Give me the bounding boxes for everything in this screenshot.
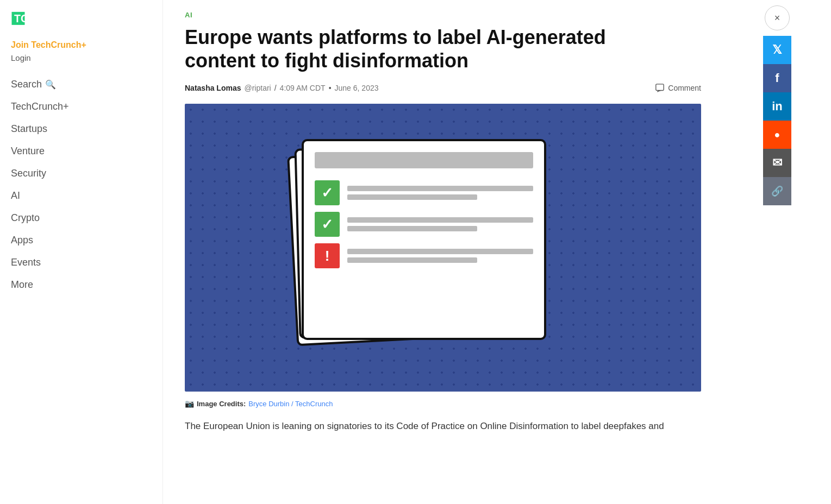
reddit-icon: ● bbox=[774, 129, 780, 141]
email-icon: ✉ bbox=[772, 156, 782, 170]
credits-author[interactable]: Bryce Durbin / TechCrunch bbox=[248, 400, 333, 408]
doc-row-2: ✓ bbox=[315, 212, 533, 237]
author-handle: @riptari bbox=[244, 84, 271, 92]
article-time: 4:09 AM CDT bbox=[280, 84, 326, 92]
image-credits: 📷 Image Credits: Bryce Durbin / TechCrun… bbox=[185, 399, 701, 408]
sidebar-item-label: Apps bbox=[11, 235, 33, 246]
linkedin-icon: in bbox=[772, 99, 783, 114]
twitter-share-button[interactable]: 𝕏 bbox=[763, 36, 791, 64]
sidebar-item-venture[interactable]: Venture bbox=[11, 140, 152, 162]
doc-line-short bbox=[347, 257, 477, 263]
article-title: Europe wants platforms to label AI-gener… bbox=[185, 26, 674, 72]
search-label: Search bbox=[11, 79, 42, 90]
login-link[interactable]: Login bbox=[11, 53, 152, 62]
svg-rect-2 bbox=[656, 84, 664, 91]
doc-lines-3 bbox=[347, 249, 533, 263]
join-techcrunch-plus-link[interactable]: Join TechCrunch+ bbox=[11, 40, 152, 50]
sidebar-item-security[interactable]: Security bbox=[11, 162, 152, 185]
check-box-red: ! bbox=[315, 243, 340, 268]
sidebar-item-ai[interactable]: AI bbox=[11, 185, 152, 207]
social-sidebar: × 𝕏 f in ● ✉ 🔗 bbox=[761, 0, 793, 504]
doc-lines-1 bbox=[347, 186, 533, 200]
page-main: ✓ ✓ ! bbox=[302, 139, 546, 340]
sidebar-item-label: More bbox=[11, 279, 33, 291]
twitter-icon: 𝕏 bbox=[772, 43, 782, 57]
doc-line-short bbox=[347, 226, 477, 231]
logo-area: TC bbox=[11, 11, 152, 36]
email-share-button[interactable]: ✉ bbox=[763, 149, 791, 177]
doc-row-1: ✓ bbox=[315, 180, 533, 205]
close-button[interactable]: × bbox=[765, 5, 790, 30]
sidebar-item-label: Security bbox=[11, 168, 46, 179]
checklist-illustration: ✓ ✓ ! bbox=[302, 139, 584, 356]
sidebar: TC Join TechCrunch+ Login Search 🔍 TechC… bbox=[0, 0, 163, 504]
doc-line-short bbox=[347, 194, 477, 200]
author-name[interactable]: Natasha Lomas bbox=[185, 84, 241, 92]
comment-label: Comment bbox=[668, 84, 701, 92]
camera-icon: 📷 bbox=[185, 399, 194, 408]
sidebar-item-apps[interactable]: Apps bbox=[11, 229, 152, 251]
check-box-green-1: ✓ bbox=[315, 180, 340, 205]
svg-text:TC: TC bbox=[14, 12, 28, 24]
sidebar-item-label: Events bbox=[11, 257, 41, 268]
article-meta-left: Natasha Lomas @riptari / 4:09 AM CDT • J… bbox=[185, 84, 379, 92]
link-icon: 🔗 bbox=[771, 185, 783, 197]
copy-link-button[interactable]: 🔗 bbox=[763, 177, 791, 205]
sidebar-item-startups[interactable]: Startups bbox=[11, 118, 152, 140]
meta-date-separator: • bbox=[329, 84, 332, 92]
comment-link[interactable]: Comment bbox=[655, 83, 701, 93]
search-icon: 🔍 bbox=[45, 79, 56, 90]
article-meta: Natasha Lomas @riptari / 4:09 AM CDT • J… bbox=[185, 83, 701, 93]
sidebar-item-techcrunchplus[interactable]: TechCrunch+ bbox=[11, 96, 152, 118]
main-content: AI Europe wants platforms to label AI-ge… bbox=[163, 0, 761, 504]
hero-image: ✓ ✓ ! bbox=[185, 104, 701, 392]
sidebar-item-more[interactable]: More bbox=[11, 274, 152, 296]
check-box-green-2: ✓ bbox=[315, 212, 340, 237]
doc-line bbox=[347, 186, 533, 191]
sidebar-item-crypto[interactable]: Crypto bbox=[11, 207, 152, 229]
linkedin-share-button[interactable]: in bbox=[763, 92, 791, 121]
reddit-share-button[interactable]: ● bbox=[763, 121, 791, 149]
doc-lines-2 bbox=[347, 217, 533, 231]
sidebar-item-search[interactable]: Search 🔍 bbox=[11, 73, 152, 96]
article-tag: AI bbox=[185, 11, 739, 19]
comment-icon bbox=[655, 83, 665, 93]
article-body: The European Union is leaning on signato… bbox=[185, 419, 701, 434]
sidebar-item-label: Venture bbox=[11, 146, 45, 157]
sidebar-item-label: TechCrunch+ bbox=[11, 101, 69, 112]
meta-separator: / bbox=[274, 84, 277, 92]
doc-line bbox=[347, 249, 533, 254]
facebook-icon: f bbox=[775, 71, 779, 85]
credits-label: Image Credits: bbox=[197, 400, 246, 408]
doc-row-3: ! bbox=[315, 243, 533, 268]
sidebar-item-events[interactable]: Events bbox=[11, 251, 152, 274]
doc-header-bar bbox=[315, 152, 533, 168]
sidebar-item-label: Crypto bbox=[11, 212, 40, 224]
close-icon: × bbox=[774, 12, 780, 24]
facebook-share-button[interactable]: f bbox=[763, 64, 791, 92]
doc-line bbox=[347, 217, 533, 223]
article-date: June 6, 2023 bbox=[335, 84, 379, 92]
sidebar-item-label: AI bbox=[11, 190, 20, 201]
sidebar-item-label: Startups bbox=[11, 123, 47, 135]
